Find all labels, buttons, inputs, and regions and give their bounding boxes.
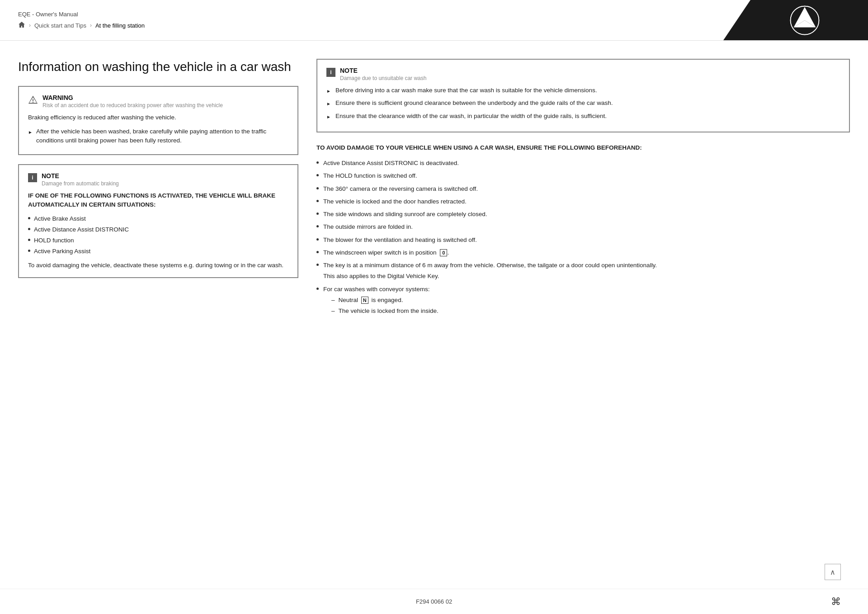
list-item: The vehicle is locked and the door handl… — [316, 197, 850, 206]
warning-box-title-area: WARNING Risk of an accident due to reduc… — [42, 94, 223, 109]
dot-bullet — [28, 217, 30, 219]
header: EQE - Owner's Manual › Quick start and T… — [0, 0, 868, 41]
note-1-footer: To avoid damaging the vehicle, deactivat… — [28, 261, 288, 270]
note-1-item-4: Active Parking Assist — [34, 247, 90, 256]
warning-list: ► After the vehicle has been washed, bra… — [28, 127, 288, 146]
breadcrumb-sep-2: › — [90, 22, 92, 28]
note-1-subtitle: Damage from automatic braking — [42, 180, 119, 187]
avoid-item-6: The outside mirrors are folded in. — [323, 222, 413, 231]
list-item: Active Distance Assist DISTRONIC — [28, 225, 288, 234]
note-1-item-3: HOLD function — [34, 236, 74, 245]
avoid-item-10: For car washes with conveyor systems: — [323, 286, 430, 293]
breadcrumb-sep-1: › — [29, 22, 31, 28]
list-item: The outside mirrors are folded in. — [316, 222, 850, 231]
dot-bullet — [28, 250, 30, 252]
warning-icon — [28, 95, 38, 105]
list-item: For car washes with conveyor systems: – … — [316, 285, 850, 318]
list-item: Active Distance Assist DISTRONIC is deac… — [316, 159, 850, 168]
avoid-item-7: The blower for the ventilation and heati… — [323, 236, 477, 245]
note-1-list: Active Brake Assist Active Distance Assi… — [28, 214, 288, 256]
note-box-1: i NOTE Damage from automatic braking IF … — [18, 164, 298, 278]
note-1-item-2: Active Distance Assist DISTRONIC — [34, 225, 129, 234]
right-note-title-area: NOTE Damage due to unsuitable car wash — [340, 67, 426, 81]
right-note-box: i NOTE Damage due to unsuitable car wash… — [316, 59, 850, 132]
header-left: EQE - Owner's Manual › Quick start and T… — [0, 0, 723, 40]
right-note-item-2: Ensure there is sufficient ground cleara… — [335, 99, 613, 108]
list-item: The blower for the ventilation and heati… — [316, 236, 850, 245]
list-item: ► Ensure that the clearance width of the… — [326, 112, 840, 121]
home-icon[interactable] — [18, 21, 25, 30]
list-item: The key is at a minimum distance of 6 m … — [316, 261, 850, 281]
right-column: i NOTE Damage due to unsuitable car wash… — [316, 59, 850, 553]
dash-bullet: – — [331, 296, 335, 305]
right-note-subtitle: Damage due to unsuitable car wash — [340, 75, 426, 81]
avoid-item-10-group: For car washes with conveyor systems: – … — [323, 285, 439, 318]
dot-bullet — [316, 161, 319, 164]
manual-title: EQE - Owner's Manual — [18, 11, 705, 18]
avoid-item-4: The vehicle is locked and the door handl… — [323, 197, 467, 206]
dot-bullet — [28, 239, 30, 241]
list-item: ► Before driving into a car wash make su… — [326, 86, 840, 95]
dot-bullet — [316, 264, 319, 266]
sub-item-2: The vehicle is locked from the inside. — [339, 307, 439, 316]
left-column: Information on washing the vehicle in a … — [18, 59, 298, 553]
footer: F294 0066 02 ⌘ — [0, 589, 868, 614]
note-icon-1: i — [28, 173, 37, 182]
arrow-bullet: ► — [326, 88, 331, 95]
list-item: The 360° camera or the reversing camera … — [316, 184, 850, 194]
note-1-bold: IF ONE OF THE FOLLOWING FUNCTIONS IS ACT… — [28, 191, 288, 210]
list-item: HOLD function — [28, 236, 288, 245]
dot-bullet — [316, 288, 319, 290]
dot-bullet — [316, 174, 319, 176]
avoid-item-3: The 360° camera or the reversing camera … — [323, 184, 478, 194]
mercedes-logo — [789, 5, 821, 36]
sub-list-item: – Neutral N is engaged. — [331, 296, 439, 305]
avoid-section: TO AVOID DAMAGE TO YOUR VEHICLE WHEN USI… — [316, 143, 850, 318]
note-1-title: NOTE — [42, 172, 119, 179]
list-item: The windscreen wiper switch is in positi… — [316, 248, 850, 257]
avoid-list: Active Distance Assist DISTRONIC is deac… — [316, 159, 850, 317]
avoid-item-1: Active Distance Assist DISTRONIC is deac… — [323, 159, 459, 168]
breadcrumb-current: At the filling station — [95, 22, 145, 29]
avoid-item-9-sub: This also applies to the Digital Vehicle… — [323, 272, 657, 281]
page-title: Information on washing the vehicle in a … — [18, 59, 298, 75]
sub-list-item: – The vehicle is locked from the inside. — [331, 307, 439, 316]
list-item: The HOLD function is switched off. — [316, 171, 850, 180]
dot-bullet — [28, 228, 30, 230]
warning-title: WARNING — [42, 94, 223, 101]
avoid-item-8: The windscreen wiper switch is in positi… — [323, 248, 449, 257]
right-note-item-1: Before driving into a car wash make sure… — [335, 86, 597, 95]
dot-bullet — [316, 238, 319, 241]
breadcrumb-item-1[interactable]: Quick start and Tips — [34, 22, 86, 29]
dot-bullet — [316, 225, 319, 227]
note-1-item-1: Active Brake Assist — [34, 214, 86, 223]
arrow-bullet: ► — [326, 100, 331, 108]
right-note-box-header: i NOTE Damage due to unsuitable car wash — [326, 67, 840, 81]
scroll-up-button[interactable]: ∧ — [825, 564, 841, 580]
warning-box-header: WARNING Risk of an accident due to reduc… — [28, 94, 288, 109]
warning-subtitle: Risk of an accident due to reduced braki… — [42, 102, 223, 109]
list-item: Active Parking Assist — [28, 247, 288, 256]
avoid-item-2: The HOLD function is switched off. — [323, 171, 417, 180]
page-wrapper: EQE - Owner's Manual › Quick start and T… — [0, 0, 868, 614]
scroll-area: ∧ — [0, 562, 868, 589]
warning-list-item-1: After the vehicle has been washed, brake… — [36, 127, 288, 146]
right-note-item-3: Ensure that the clearance width of the c… — [335, 112, 607, 121]
sub-item-1: Neutral N is engaged. — [339, 296, 403, 305]
warning-box: WARNING Risk of an accident due to reduc… — [18, 86, 298, 155]
header-logo-area — [723, 0, 868, 40]
sub-list: – Neutral N is engaged. – The ve — [331, 296, 439, 316]
footer-code: F294 0066 02 — [416, 598, 452, 605]
list-item: ► After the vehicle has been washed, bra… — [28, 127, 288, 146]
avoid-title: TO AVOID DAMAGE TO YOUR VEHICLE WHEN USI… — [316, 143, 850, 152]
note-box-1-header: i NOTE Damage from automatic braking — [28, 172, 288, 187]
avoid-item-9-group: The key is at a minimum distance of 6 m … — [323, 261, 657, 281]
dot-bullet — [316, 213, 319, 215]
note-box-1-title-area: NOTE Damage from automatic braking — [42, 172, 119, 187]
avoid-item-9: The key is at a minimum distance of 6 m … — [323, 262, 657, 269]
note-icon-2: i — [326, 68, 335, 77]
breadcrumb: › Quick start and Tips › At the filling … — [18, 21, 705, 30]
right-note-title: NOTE — [340, 67, 426, 74]
dash-bullet: – — [331, 307, 335, 316]
wiper-position-box: 0 — [440, 249, 447, 256]
